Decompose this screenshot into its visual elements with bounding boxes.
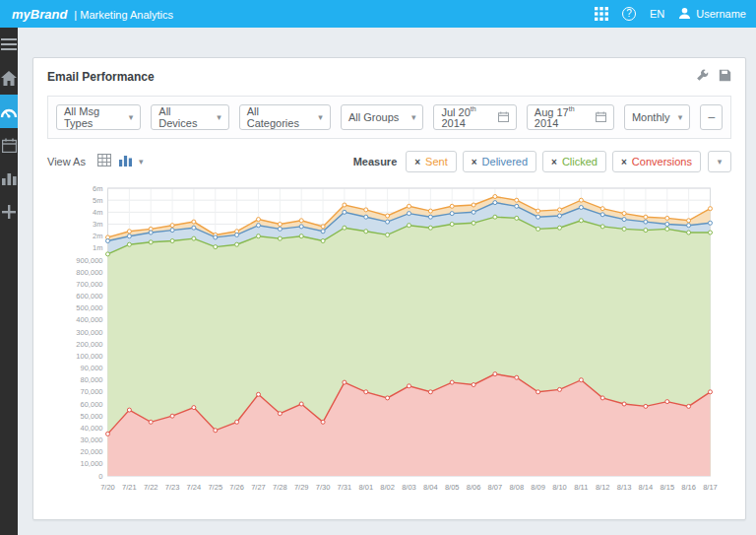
remove-icon[interactable]: × (414, 157, 420, 167)
svg-text:900,000: 900,000 (76, 256, 102, 265)
svg-text:20,000: 20,000 (81, 447, 103, 456)
svg-text:8/06: 8/06 (467, 483, 481, 492)
date-to-value: Aug 17th 2014 (535, 105, 590, 130)
settings-button[interactable] (696, 68, 709, 86)
view-chart-button[interactable] (115, 152, 137, 171)
svg-text:0: 0 (98, 472, 102, 481)
help-icon[interactable]: ? (622, 7, 636, 21)
remove-icon[interactable]: × (472, 157, 477, 167)
svg-text:60,000: 60,000 (81, 400, 103, 409)
svg-text:8/09: 8/09 (531, 483, 545, 492)
brand-subtitle: | Marketing Analytics (74, 9, 173, 21)
apps-grid-icon[interactable] (595, 7, 608, 21)
measure-chip-label: Clicked (562, 156, 598, 167)
svg-text:400,000: 400,000 (76, 315, 102, 324)
menu-toggle[interactable] (0, 28, 18, 61)
sidebar-item-reports[interactable] (0, 162, 18, 195)
column-chart-icon (119, 153, 132, 170)
svg-text:8/07: 8/07 (488, 483, 503, 492)
svg-text:8/03: 8/03 (402, 483, 416, 492)
svg-text:40,000: 40,000 (81, 424, 103, 433)
filter-categories-label: All Categories (247, 105, 313, 129)
measure-chip-label: Sent (425, 156, 448, 167)
collapse-filters-button[interactable]: − (700, 104, 723, 130)
main-content: Email Performance (18, 28, 756, 535)
username-label: Username (696, 8, 746, 20)
date-to-field[interactable]: Aug 17th 2014 (527, 104, 614, 130)
calendar-icon (2, 138, 17, 153)
chevron-down-icon: ▾ (217, 112, 221, 122)
svg-text:7/22: 7/22 (144, 483, 158, 492)
svg-text:7/29: 7/29 (294, 483, 309, 492)
view-table-button[interactable] (94, 152, 115, 171)
hamburger-icon (1, 38, 17, 50)
home-icon (1, 71, 17, 86)
measure-chip-sent[interactable]: ×Sent (406, 151, 456, 172)
measure-chip-clicked[interactable]: ×Clicked (542, 151, 606, 172)
svg-text:3m: 3m (93, 220, 102, 229)
svg-text:8/14: 8/14 (639, 483, 654, 492)
measure-chips: ×Sent×Delivered×Clicked×Conversions (406, 151, 701, 172)
brand-logo: myBrand (12, 7, 67, 22)
sidebar (0, 28, 18, 535)
chart-svg[interactable]: 010,00020,00030,00040,00050,00060,00070,… (47, 180, 731, 507)
chevron-down-icon: ▾ (678, 112, 683, 122)
date-from-field[interactable]: Jul 20th 2014 (433, 104, 516, 130)
sidebar-item-home[interactable] (0, 61, 18, 95)
save-button[interactable] (719, 68, 731, 86)
svg-text:80,000: 80,000 (81, 375, 103, 384)
view-measure-row: View As (47, 151, 731, 172)
chevron-down-icon: ▾ (318, 112, 323, 122)
filter-msg-types[interactable]: All Msg Types ▾ (56, 104, 141, 130)
remove-icon[interactable]: × (621, 157, 627, 167)
filter-groups[interactable]: All Groups ▾ (341, 104, 424, 130)
svg-text:100,000: 100,000 (76, 352, 102, 361)
svg-text:7/28: 7/28 (273, 483, 287, 492)
svg-text:2m: 2m (93, 232, 102, 240)
svg-text:7/25: 7/25 (208, 483, 222, 492)
measure-chip-label: Delivered (482, 156, 528, 167)
measure-chip-delivered[interactable]: ×Delivered (463, 151, 536, 172)
date-from-value: Jul 20th 2014 (441, 105, 491, 130)
remove-icon[interactable]: × (551, 157, 557, 167)
svg-text:8/05: 8/05 (445, 483, 460, 492)
chevron-down-icon: ▾ (411, 112, 416, 122)
sidebar-item-calendar[interactable] (0, 128, 18, 162)
user-menu[interactable]: Username (678, 7, 746, 22)
svg-text:70,000: 70,000 (81, 387, 103, 396)
chevron-down-icon[interactable]: ▾ (139, 157, 144, 167)
filter-categories[interactable]: All Categories ▾ (239, 104, 331, 130)
chevron-down-icon: ▾ (129, 112, 134, 122)
svg-text:50,000: 50,000 (81, 412, 103, 421)
chart-area: 010,00020,00030,00040,00050,00060,00070,… (47, 180, 731, 507)
svg-text:800,000: 800,000 (76, 268, 102, 277)
svg-text:600,000: 600,000 (76, 292, 102, 301)
svg-text:7/26: 7/26 (229, 483, 244, 492)
gauge-icon (0, 105, 18, 118)
svg-text:6m: 6m (93, 184, 102, 193)
filter-devices[interactable]: All Devices ▾ (151, 104, 228, 130)
topbar-actions: ? EN Username (595, 7, 746, 22)
interval-select[interactable]: Monthly ▾ (624, 104, 690, 130)
card-header: Email Performance (47, 68, 731, 86)
sidebar-item-add[interactable] (0, 195, 18, 229)
page-title: Email Performance (47, 70, 155, 84)
measure-chip-conversions[interactable]: ×Conversions (612, 151, 701, 172)
sidebar-item-dashboard[interactable] (0, 95, 18, 128)
svg-text:7/20: 7/20 (100, 483, 115, 492)
filter-msg-types-label: All Msg Types (64, 105, 123, 129)
topbar: myBrand | Marketing Analytics ? EN Usern… (0, 0, 756, 28)
save-icon (719, 68, 731, 86)
svg-text:700,000: 700,000 (76, 280, 102, 289)
measure-dropdown-button[interactable]: ▾ (708, 151, 731, 172)
svg-text:8/13: 8/13 (617, 483, 632, 492)
language-selector[interactable]: EN (650, 8, 664, 20)
svg-text:8/08: 8/08 (509, 483, 524, 492)
svg-text:7/31: 7/31 (338, 483, 352, 492)
svg-text:10,000: 10,000 (81, 459, 103, 468)
card-tools (696, 68, 731, 86)
plus-icon (2, 205, 16, 219)
measure-group: Measure ×Sent×Delivered×Clicked×Conversi… (353, 151, 731, 172)
svg-text:200,000: 200,000 (76, 340, 102, 349)
email-performance-card: Email Performance (32, 57, 746, 520)
